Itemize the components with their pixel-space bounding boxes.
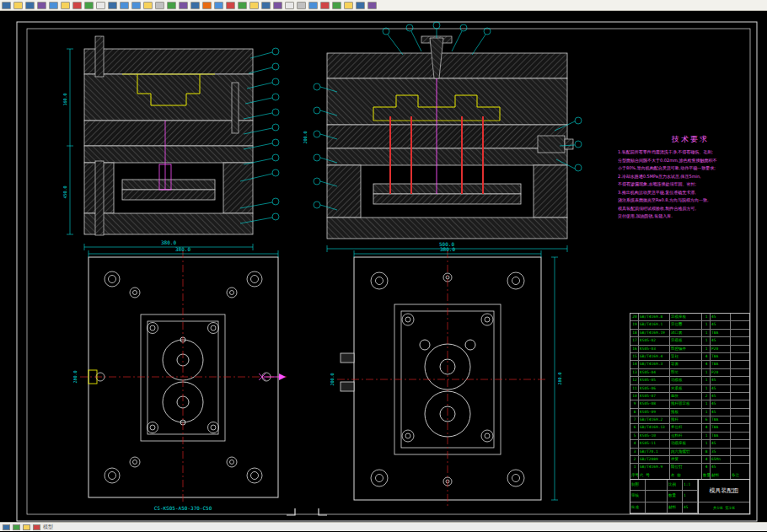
technical-requirement-line: 不得有渗漏现象,水嘴连接处须牢固、密封; [618,180,763,189]
bom-row: 17 KS05-02 定模板 1 45 [630,337,749,345]
toolbar-icon[interactable] [367,2,377,9]
plan-view-right: 380.0 200.0 280.0 [330,246,562,507]
side-core-unit [538,136,573,153]
toolbar-icon[interactable] [13,2,23,9]
bom-row: 19 GB/T4169.1 定位圈 1 45 [630,321,749,329]
toolbar-icon[interactable] [96,2,105,9]
bolt-holes-left-plan [96,271,271,483]
dim-chain-left [67,49,73,234]
toolbar-icon[interactable] [356,2,365,9]
technical-requirements-title: 技术要求 [618,134,763,145]
bom-row: 9 KS05-08 推杆固定板 1 45 [630,400,749,408]
toolbar-icon[interactable] [2,2,11,9]
toolbar-icon[interactable] [344,2,353,9]
bom-row: 10 KS05-07 垫块 2 45 [630,393,749,400]
drawing-number: CS-KS05-A50-370-C50 [154,505,212,511]
toolbar-icon[interactable] [179,2,188,9]
toolbar-icon[interactable] [214,2,223,9]
toolbar-icon[interactable] [155,2,164,9]
bom-row: 1 GB/T4169.9 限位钉 4 45 [630,464,749,471]
title-block-label-scale: 比例 [668,480,683,491]
bom-row: 15 GB/T4169.4 导柱 4 T8A [630,353,749,361]
toolbar-icon[interactable] [108,2,117,9]
dim-plan-right-lines [354,250,558,500]
toolbar-icon[interactable] [297,2,306,9]
toolbar-icon[interactable] [249,2,259,9]
toolbar-icon[interactable] [167,2,176,9]
bom-row: 20 GB/T4169.8 定模座板 1 45 [630,314,749,321]
toolbar-icon[interactable] [261,2,271,9]
toolbar-icon[interactable] [332,2,341,9]
bom-row: 11 KS05-06 支承板 1 45 [630,385,749,393]
technical-requirements: 技术要求 1.装配前所有零件均需清洗干净,不得有碰伤、毛刺; 分型面贴合间隙不大… [618,134,763,221]
title-block-material: 45 [683,502,698,513]
technical-requirement-line: 浇注系统表面抛光至Ra0.8,方向与脱模方向一致, [618,196,763,205]
dim-plan-right-height: 200.0 [330,373,335,385]
toolbar-icon[interactable] [72,2,82,9]
title-block-qty: 1 [683,491,698,502]
bom-row: 12 KS05-05 动模板 1 45 [630,377,749,384]
status-bar-mode-text[interactable]: 模型 [43,524,53,531]
toolbar-icon[interactable] [273,2,282,9]
section-view-left: 160.0 450.0 [62,36,279,250]
toolbar-icon[interactable] [61,2,70,9]
bom-row: 5 KS05-10 拉料杆 1 T8A [630,433,749,440]
technical-requirement-line: 3.推出机构运动灵活平稳,复位准确无卡滞, [618,189,763,197]
section-view-right: 500.0 200.0 [303,22,582,252]
cad-application-window: 160.0 450.0 [0,0,767,532]
toolbar-icon[interactable] [84,2,94,9]
technical-requirement-line: 分型面贴合间隙不大于0.02mm,涂色检查接触面积不 [618,157,763,165]
title-block-label-draw: 制图 [630,480,646,491]
toolbar-icon[interactable] [320,2,330,9]
title-block-label-check: 审核 [630,491,646,502]
title-block-fields: 制图 比例 1:1 审核 数量 1 批准 材料 45 [630,480,699,513]
technical-requirement-line: 模具装配后须经试模验收,制件合格后方可, [618,205,763,213]
toolbar-icon[interactable] [49,2,58,9]
toolbar-icon[interactable] [226,2,235,9]
dim-sec-left-h2: 160.0 [62,93,67,105]
title-block-label-appr: 批准 [630,502,646,513]
dim-plan-left-height: 280.0 [72,370,78,383]
bom-row: 6 GB/T4169.13 复位杆 4 T8A [630,424,749,432]
title-block: 制图 比例 1:1 审核 数量 1 批准 材料 45 模具装配图 共1张 第1张 [630,479,750,514]
toolbar-icon[interactable] [120,2,129,9]
status-bar: 模型 [0,522,767,531]
dim-plan-left-width: 380.0 [175,246,190,252]
toolbar-icon[interactable] [190,2,200,9]
ortho-toggle-icon[interactable] [23,524,30,530]
bom-row: 18 GB/T4169.19 浇口套 1 T8A [630,330,749,337]
bom-row: 3 GB/T70.1 内六角螺钉 8 35 [630,449,749,456]
drawing-canvas[interactable]: 160.0 450.0 [0,11,767,522]
title-block-scale: 1:1 [683,480,698,491]
toolbar-icon[interactable] [131,2,141,9]
dim-sec-right-h: 200.0 [303,131,308,143]
bom-row: 13 KS05-04 型芯 1 P20 [630,369,749,377]
technical-requirement-line: 2.冷却水路通0.5MPa压力水试压,保压5min, [618,173,763,181]
bom-table: 20 GB/T4169.8 定模座板 1 45 19 GB/T4169.1 定位… [630,313,750,481]
title-block-label-mat: 材料 [668,502,683,513]
bom-row: 7 GB/T4169.2 推杆 6 T8A [630,416,749,424]
toolbar-icon[interactable] [37,2,46,9]
toolbar-icon[interactable] [25,2,35,9]
technical-requirement-line: 1.装配前所有零件均需清洗干净,不得有碰伤、毛刺; [618,148,763,157]
technical-requirement-line: 小于80%,导向机构配合灵活可靠,动作平稳一致要求; [618,164,763,173]
dim-plan-right-width: 380.0 [440,246,455,252]
technical-requirement-line: 交付使用,加油防锈,装箱入库. [618,212,763,221]
bom-row: 2 GB/T2089 弹簧 4 65Mn [630,456,749,464]
grid-toggle-icon[interactable] [13,524,20,530]
toolbar-icon[interactable] [308,2,318,9]
toolbar-icon[interactable] [285,2,294,9]
toolbar-icon[interactable] [238,2,247,9]
bom-row: 14 GB/T4169.3 导套 4 T8A [630,361,749,368]
centerlines-left-plan [80,250,287,504]
dim-sec-left-width: 380.0 [161,239,176,245]
toolbar-icon[interactable] [143,2,153,9]
toolbar-icon[interactable] [202,2,212,9]
snap-toggle-icon[interactable] [3,524,10,530]
plan-view-left: 380.0 280.0 CS-KS05-A50-370-C50 [72,246,287,511]
osnap-toggle-icon[interactable] [33,524,40,530]
title-block-sheet-info: 共1张 第1张 [699,502,749,513]
title-block-drawing-name: 模具装配图 [699,480,749,502]
dim-plan-right-side: 280.0 [557,372,562,384]
top-toolbar [0,0,767,11]
